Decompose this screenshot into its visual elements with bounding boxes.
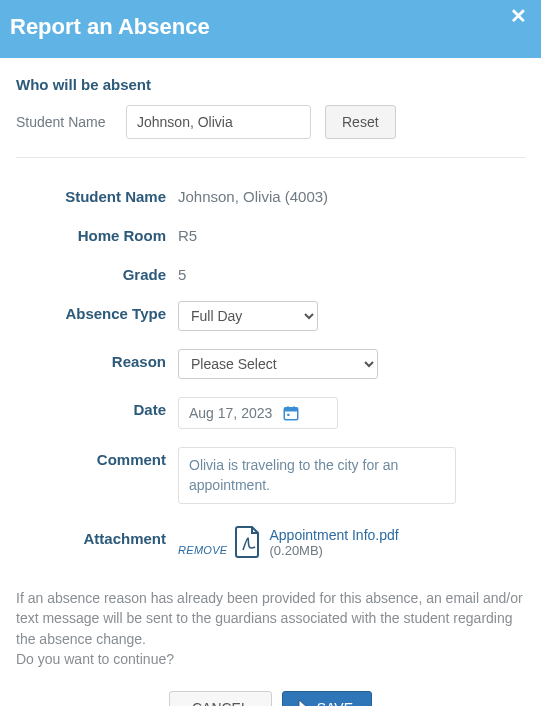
label-home-room: Home Room xyxy=(16,223,166,244)
comment-cell xyxy=(178,447,525,508)
modal-title: Report an Absence xyxy=(10,14,210,39)
calendar-icon xyxy=(282,404,300,422)
label-absence-type: Absence Type xyxy=(16,301,166,322)
label-grade: Grade xyxy=(16,262,166,283)
absence-type-cell: Full Day xyxy=(178,301,525,331)
cursor-icon xyxy=(295,699,311,706)
student-name-label: Student Name xyxy=(16,114,116,130)
value-grade: 5 xyxy=(178,262,525,283)
absence-form: Student Name Johnson, Olivia (4003) Home… xyxy=(16,184,525,558)
comment-input[interactable] xyxy=(178,447,456,504)
report-absence-modal: Report an Absence ✕ Who will be absent S… xyxy=(0,0,541,706)
label-student-name: Student Name xyxy=(16,184,166,205)
file-pdf-icon xyxy=(235,526,261,558)
modal-body: Who will be absent Student Name Reset St… xyxy=(0,58,541,706)
svg-rect-1 xyxy=(285,408,299,412)
action-bar: CANCEL SAVE xyxy=(16,691,525,706)
remove-attachment-link[interactable]: REMOVE xyxy=(178,544,227,556)
save-label: SAVE xyxy=(317,700,353,706)
notice-line1: If an absence reason has already been pr… xyxy=(16,588,525,649)
modal-header: Report an Absence ✕ xyxy=(0,0,541,58)
label-comment: Comment xyxy=(16,447,166,468)
attachment-filename[interactable]: Appointment Info.pdf xyxy=(269,527,398,543)
cancel-button[interactable]: CANCEL xyxy=(169,691,272,706)
label-date: Date xyxy=(16,397,166,418)
absence-type-select[interactable]: Full Day xyxy=(178,301,318,331)
notice-line2: Do you want to continue? xyxy=(16,649,525,669)
reason-select[interactable]: Please Select xyxy=(178,349,378,379)
divider xyxy=(16,157,525,158)
svg-rect-4 xyxy=(288,414,290,416)
label-reason: Reason xyxy=(16,349,166,370)
attachment-filesize: (0.20MB) xyxy=(269,543,398,558)
value-home-room: R5 xyxy=(178,223,525,244)
student-name-row: Student Name Reset xyxy=(16,105,525,139)
value-student-name: Johnson, Olivia (4003) xyxy=(178,184,525,205)
attachment-cell: REMOVE Appointment Info.pdf (0.20MB) xyxy=(178,526,525,558)
reset-button[interactable]: Reset xyxy=(325,105,396,139)
date-value: Aug 17, 2023 xyxy=(189,405,272,421)
attachment-meta: Appointment Info.pdf (0.20MB) xyxy=(269,527,398,558)
confirmation-notice: If an absence reason has already been pr… xyxy=(16,588,525,669)
label-attachment: Attachment xyxy=(16,526,166,547)
date-input[interactable]: Aug 17, 2023 xyxy=(178,397,338,429)
student-name-input[interactable] xyxy=(126,105,311,139)
reason-cell: Please Select xyxy=(178,349,525,379)
who-section-title: Who will be absent xyxy=(16,76,525,93)
save-button[interactable]: SAVE xyxy=(282,691,372,706)
date-cell: Aug 17, 2023 xyxy=(178,397,525,429)
close-icon[interactable]: ✕ xyxy=(510,6,527,26)
